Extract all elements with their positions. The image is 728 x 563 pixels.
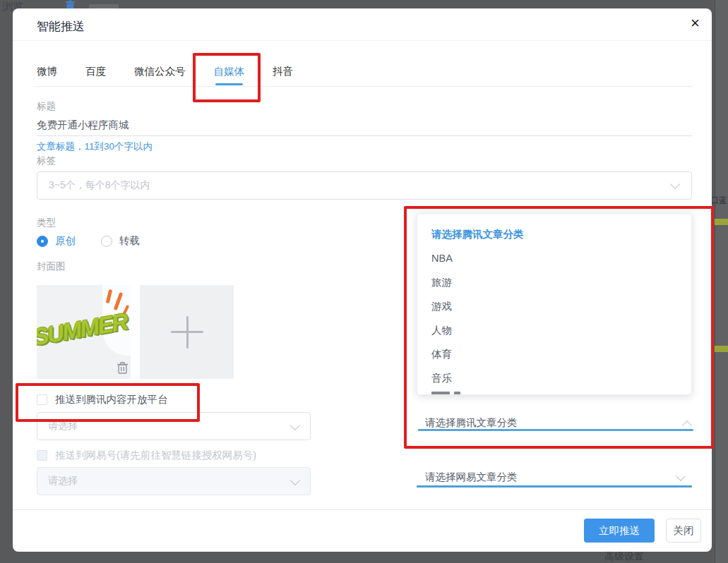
select-placeholder: 请选择 bbox=[48, 420, 78, 432]
tab-item[interactable]: 微信公众号 bbox=[134, 65, 186, 85]
tags-input[interactable]: 3~5个，每个8个字以内 bbox=[37, 171, 692, 200]
select-placeholder: 请选择 bbox=[48, 475, 78, 488]
dropdown-option[interactable]: 请选择腾讯文章分类 bbox=[417, 222, 691, 246]
title-label: 标题 bbox=[37, 100, 56, 113]
dropdown-options: 请选择腾讯文章分类NBA旅游游戏人物体育音乐 bbox=[417, 222, 691, 395]
dropdown-option[interactable]: 游戏 bbox=[417, 294, 691, 318]
radio-label: 原创 bbox=[55, 234, 76, 248]
header-divider bbox=[13, 40, 712, 41]
tencent-category-select[interactable]: 请选择腾讯文章分类 bbox=[425, 416, 518, 430]
cover-image-thumbnail: SUMMER bbox=[37, 285, 131, 379]
netease-push-checkbox-label: 推送到网易号(请先前往智慧链接授权网易号) bbox=[55, 449, 256, 462]
chevron-down-icon bbox=[290, 476, 300, 485]
tags-placeholder: 3~5个，每个8个字以内 bbox=[49, 179, 150, 192]
type-label: 类型 bbox=[37, 217, 56, 229]
background-bottom-text: 高级设置 bbox=[604, 550, 644, 563]
netease-account-select[interactable]: 请选择 bbox=[37, 467, 311, 495]
dropdown-option[interactable]: 人物 bbox=[417, 318, 691, 342]
netease-category-select[interactable]: 请选择网易文章分类 bbox=[425, 471, 518, 484]
add-cover-button[interactable] bbox=[140, 285, 234, 379]
tencent-push-checkbox[interactable]: 推送到腾讯内容开放平台 bbox=[37, 393, 168, 406]
dropdown-option[interactable]: 体育 bbox=[417, 342, 691, 366]
tencent-account-select[interactable]: 请选择 bbox=[37, 412, 311, 440]
dropdown-option[interactable]: 音乐 bbox=[417, 366, 691, 390]
netease-push-checkbox[interactable]: 推送到网易号(请先前往智慧链接授权网易号) bbox=[37, 449, 256, 462]
tab-item[interactable]: 自媒体 bbox=[214, 65, 245, 85]
tencent-select-underline bbox=[418, 429, 693, 431]
chevron-down-icon bbox=[676, 471, 686, 481]
clipped-option-glyph bbox=[454, 392, 460, 395]
cover-label: 封面图 bbox=[37, 260, 66, 273]
tags-label: 标签 bbox=[37, 155, 56, 167]
dropdown-option-partial[interactable] bbox=[417, 390, 691, 395]
page: 浏览 口蓝 高级设置 智能推送 × 微博百度微信公众号自媒体抖音 标题 免费开通… bbox=[0, 0, 728, 563]
chevron-down-icon bbox=[670, 179, 680, 189]
background-right-column bbox=[715, 0, 728, 563]
type-radio-group: 原创转载 bbox=[37, 234, 140, 248]
delete-cover-trash-icon[interactable] bbox=[117, 361, 129, 377]
title-input-underline bbox=[37, 135, 692, 136]
radio-option[interactable]: 转载 bbox=[101, 234, 140, 248]
clipped-option-glyph bbox=[431, 392, 450, 395]
background-right-text: 口蓝 bbox=[710, 195, 727, 207]
radio-icon bbox=[101, 236, 112, 247]
tabs-divider bbox=[34, 86, 692, 87]
tencent-category-dropdown: 请选择腾讯文章分类NBA旅游游戏人物体育音乐 bbox=[417, 213, 692, 395]
netease-select-underline bbox=[417, 485, 692, 488]
radio-label: 转载 bbox=[119, 234, 140, 248]
radio-option[interactable]: 原创 bbox=[37, 234, 76, 248]
dropdown-option[interactable]: 旅游 bbox=[417, 270, 691, 294]
tencent-push-checkbox-label: 推送到腾讯内容开放平台 bbox=[55, 393, 168, 406]
close-button[interactable]: 关闭 bbox=[666, 519, 701, 543]
chevron-down-icon bbox=[290, 420, 300, 430]
background-right-bar bbox=[715, 346, 728, 352]
tab-bar: 微博百度微信公众号自媒体抖音 bbox=[37, 65, 293, 85]
close-icon[interactable]: × bbox=[691, 16, 700, 31]
radio-icon bbox=[37, 236, 48, 247]
smart-push-modal: 智能推送 × 微博百度微信公众号自媒体抖音 标题 免费开通小程序商城 文章标题，… bbox=[13, 8, 712, 552]
background-right-bar bbox=[715, 219, 728, 225]
dropdown-option[interactable]: NBA bbox=[417, 246, 691, 270]
checkbox-icon bbox=[37, 394, 47, 405]
title-input[interactable]: 免费开通小程序商城 bbox=[37, 119, 692, 132]
footer-divider bbox=[13, 509, 712, 510]
push-now-button[interactable]: 立即推送 bbox=[584, 519, 655, 543]
tab-item[interactable]: 微博 bbox=[37, 65, 57, 85]
modal-title: 智能推送 bbox=[37, 18, 85, 35]
tab-item[interactable]: 百度 bbox=[85, 65, 106, 85]
title-help-text: 文章标题，11到30个字以内 bbox=[37, 140, 153, 153]
tab-item[interactable]: 抖音 bbox=[273, 65, 293, 85]
checkbox-icon bbox=[37, 450, 47, 461]
